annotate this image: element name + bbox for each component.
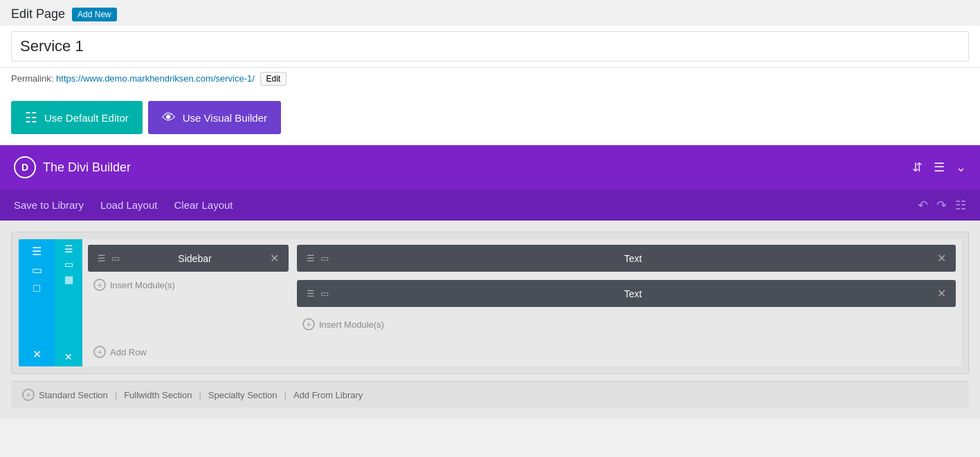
columns-area: ☰ ▭ Sidebar ✕ + Insert Module(s) [82, 239, 961, 366]
text1-close-icon[interactable]: ✕ [937, 252, 946, 265]
section-add-bar: + Standard Section | Fullwidth Section |… [11, 381, 969, 408]
text1-settings-icon[interactable]: ▭ [320, 253, 329, 263]
row-controls: ☰ ▭ ▦ ✕ [55, 239, 82, 366]
add-row-area[interactable]: + Add Row [88, 339, 956, 361]
row-module-icon[interactable]: ▭ [64, 259, 73, 270]
text2-module-label: Text [336, 288, 930, 299]
sidebar-settings-icon[interactable]: ▭ [111, 253, 120, 263]
divi-builder: D The Divi Builder ⇵ ☰ ⌄ Save to Library… [0, 145, 980, 419]
add-row-plus-icon: + [93, 346, 106, 358]
section-block: ☰ ▭ □ ✕ ☰ ▭ ▦ ✕ [11, 232, 969, 374]
section-controls: ☰ ▭ □ ✕ [19, 239, 55, 366]
permalink-link[interactable]: https://www.demo.markhendriksen.com/serv… [56, 73, 255, 84]
fullwidth-section-link[interactable]: Fullwidth Section [124, 390, 192, 400]
default-editor-icon: ☷ [25, 109, 37, 126]
right-col-modules: ☰ ▭ Text ✕ ☰ ▭ [297, 245, 956, 333]
row-close-icon[interactable]: ✕ [64, 351, 73, 362]
specialty-section-link[interactable]: Specialty Section [208, 390, 278, 400]
right-insert-plus-icon: + [302, 318, 315, 330]
sidebar-close-icon[interactable]: ✕ [270, 252, 279, 265]
divi-builder-title-area: D The Divi Builder [14, 156, 131, 178]
section-grid-icon[interactable]: □ [33, 282, 40, 295]
row-block: ☰ ▭ □ ✕ ☰ ▭ ▦ ✕ [19, 239, 961, 366]
sidebar-module: ☰ ▭ Sidebar ✕ [88, 245, 289, 272]
visual-builder-icon: 👁 [162, 110, 176, 126]
history-button[interactable]: ☷ [955, 198, 966, 213]
sidebar-drag-icon[interactable]: ☰ [98, 253, 106, 263]
standard-section-link[interactable]: Standard Section [39, 390, 108, 400]
menu-icon[interactable]: ☰ [934, 160, 945, 175]
chevron-down-icon[interactable]: ⌄ [956, 160, 966, 175]
add-section-plus-icon: + [22, 389, 35, 401]
default-editor-button[interactable]: ☷ Use Default Editor [11, 101, 143, 134]
page-header-title: Edit Page [11, 7, 65, 21]
right-insert-module[interactable]: + Insert Module(s) [297, 315, 956, 333]
left-column: ☰ ▭ Sidebar ✕ + Insert Module(s) [88, 245, 289, 333]
clear-layout-button[interactable]: Clear Layout [174, 196, 233, 214]
permalink-edit-button[interactable]: Edit [260, 72, 287, 86]
page-title-input[interactable] [11, 31, 969, 62]
sidebar-module-label: Sidebar [127, 253, 263, 264]
right-insert-module-label: Insert Module(s) [319, 319, 384, 330]
columns-row: ☰ ▭ Sidebar ✕ + Insert Module(s) [88, 245, 956, 333]
text1-drag-icon[interactable]: ☰ [307, 253, 315, 263]
divi-builder-controls: ⇵ ☰ ⌄ [912, 160, 966, 175]
text2-drag-icon[interactable]: ☰ [307, 288, 315, 299]
text1-module-icons: ☰ ▭ [307, 253, 329, 263]
permalink-label: Permalink: [11, 73, 53, 84]
visual-builder-label: Use Visual Builder [183, 112, 267, 124]
sidebar-insert-module[interactable]: + Insert Module(s) [88, 276, 289, 294]
undo-button[interactable]: ↶ [918, 198, 928, 213]
separator-3: | [284, 390, 287, 400]
visual-builder-button[interactable]: 👁 Use Visual Builder [148, 101, 281, 134]
redo-button[interactable]: ↷ [936, 198, 947, 213]
builder-toolbar-right: ↶ ↷ ☷ [918, 198, 966, 213]
text2-settings-icon[interactable]: ▭ [320, 288, 329, 299]
load-layout-button[interactable]: Load Layout [100, 196, 158, 214]
text-module-2: ☰ ▭ Text ✕ [297, 280, 956, 307]
text2-module-icons: ☰ ▭ [307, 288, 329, 299]
row-drag-icon[interactable]: ☰ [64, 243, 73, 254]
editor-buttons-area: ☷ Use Default Editor 👁 Use Visual Builde… [0, 93, 980, 145]
default-editor-label: Use Default Editor [44, 112, 129, 124]
permalink-area: Permalink: https://www.demo.markhendriks… [0, 68, 980, 93]
section-drag-icon[interactable]: ☰ [32, 245, 42, 258]
section-close-icon[interactable]: ✕ [33, 348, 42, 361]
title-area [0, 26, 980, 68]
add-new-button[interactable]: Add New [72, 8, 117, 21]
separator-1: | [115, 390, 117, 400]
text2-close-icon[interactable]: ✕ [937, 287, 946, 300]
save-to-library-button[interactable]: Save to Library [14, 196, 84, 214]
insert-module-plus-icon: + [93, 279, 106, 291]
right-column: ☰ ▭ Text ✕ ☰ ▭ [297, 245, 956, 333]
row-columns-icon[interactable]: ▦ [64, 274, 73, 285]
builder-toolbar: Save to Library Load Layout Clear Layout… [0, 189, 980, 221]
divi-logo: D [14, 156, 36, 178]
text1-module-label: Text [336, 253, 930, 264]
sort-icon[interactable]: ⇵ [912, 160, 923, 175]
text-module-1: ☰ ▭ Text ✕ [297, 245, 956, 272]
page-header: Edit Page Add New [0, 0, 980, 26]
sidebar-module-icons: ☰ ▭ [98, 253, 120, 263]
builder-toolbar-left: Save to Library Load Layout Clear Layout [14, 196, 233, 214]
add-row-label: Add Row [110, 347, 147, 357]
separator-2: | [199, 390, 201, 400]
add-from-library-link[interactable]: Add From Library [293, 390, 363, 400]
builder-content: ☰ ▭ □ ✕ ☰ ▭ ▦ ✕ [0, 221, 980, 419]
divi-builder-title-text: The Divi Builder [43, 160, 131, 175]
section-desktop-icon[interactable]: ▭ [32, 263, 42, 277]
divi-builder-header: D The Divi Builder ⇵ ☰ ⌄ [0, 145, 980, 189]
insert-module-label: Insert Module(s) [110, 280, 175, 290]
